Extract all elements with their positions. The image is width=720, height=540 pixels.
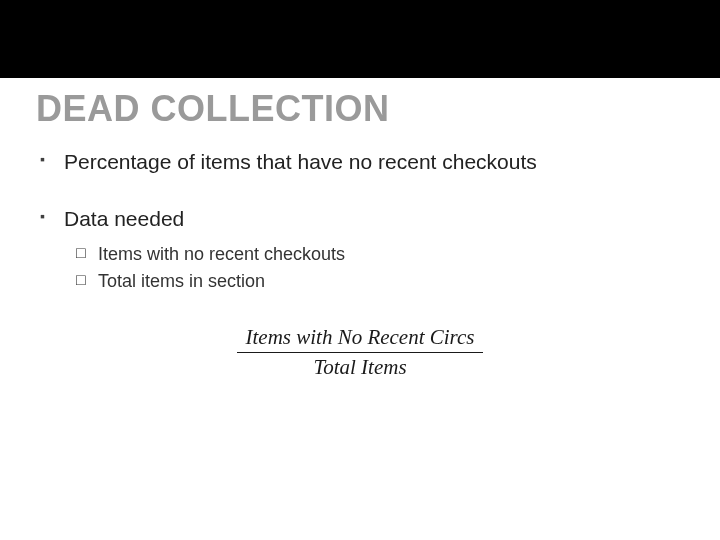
sub-bullet-item: Total items in section [76,268,684,295]
bullet-item: Percentage of items that have no recent … [40,148,684,175]
sub-bullet-text: Total items in section [98,271,265,291]
bullet-text: Data needed [64,207,184,230]
formula: Items with No Recent Circs Total Items [36,325,684,380]
bullet-item: Data needed Items with no recent checkou… [40,205,684,294]
bullet-text: Percentage of items that have no recent … [64,150,537,173]
page-title: DEAD COLLECTION [36,88,684,130]
formula-denominator: Total Items [237,353,482,380]
sub-bullets: Items with no recent checkouts Total ite… [64,241,684,295]
top-black-bar [0,0,720,78]
sub-bullet-item: Items with no recent checkouts [76,241,684,268]
formula-numerator: Items with No Recent Circs [237,325,482,353]
slide-content: DEAD COLLECTION Percentage of items that… [0,78,720,380]
fraction: Items with No Recent Circs Total Items [237,325,482,380]
main-bullets: Percentage of items that have no recent … [36,148,684,295]
sub-bullet-text: Items with no recent checkouts [98,244,345,264]
